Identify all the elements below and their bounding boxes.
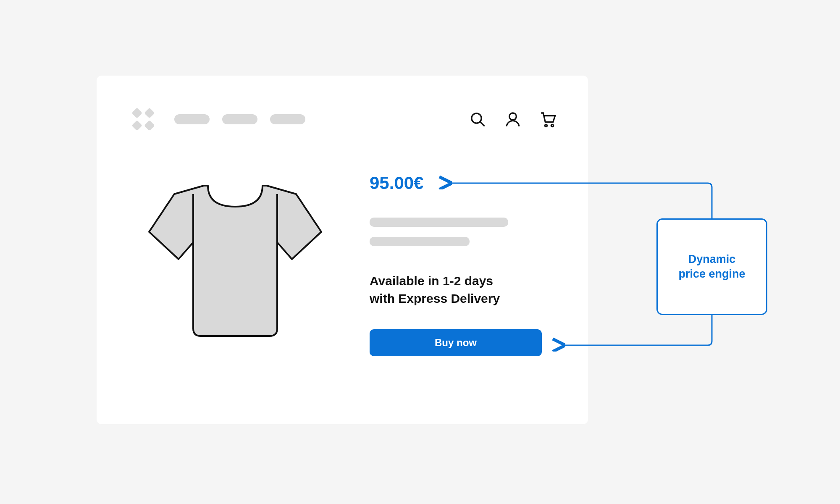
text-placeholder (370, 218, 508, 227)
diagram-canvas: 95.00€ Available in 1-2 days with Expres… (0, 0, 840, 504)
nav-pill (270, 114, 305, 124)
search-icon[interactable] (469, 111, 486, 128)
user-icon[interactable] (504, 111, 521, 128)
svg-rect-1 (131, 120, 142, 131)
availability-text: Available in 1-2 days with Express Deliv… (370, 272, 542, 307)
svg-rect-2 (131, 108, 142, 118)
svg-rect-0 (144, 108, 155, 118)
nav-pill (222, 114, 257, 124)
product-info: 95.00€ Available in 1-2 days with Expres… (370, 173, 542, 356)
svg-line-5 (480, 122, 485, 126)
dynamic-price-engine-box: Dynamic price engine (656, 218, 767, 315)
svg-point-4 (472, 113, 481, 123)
nav-pill (174, 114, 210, 124)
buy-now-button[interactable]: Buy now (370, 329, 542, 356)
shop-window: 95.00€ Available in 1-2 days with Expres… (97, 76, 588, 424)
svg-point-6 (509, 113, 517, 120)
svg-point-7 (545, 124, 547, 126)
shop-header (128, 104, 556, 134)
product-image (136, 169, 334, 345)
cart-icon[interactable] (540, 111, 556, 128)
svg-point-8 (551, 124, 553, 126)
header-icons (469, 111, 556, 128)
logo-icon (128, 104, 158, 134)
text-placeholder (370, 237, 470, 246)
product-price: 95.00€ (370, 173, 542, 193)
svg-rect-3 (144, 120, 155, 131)
nav-placeholder (174, 114, 305, 124)
